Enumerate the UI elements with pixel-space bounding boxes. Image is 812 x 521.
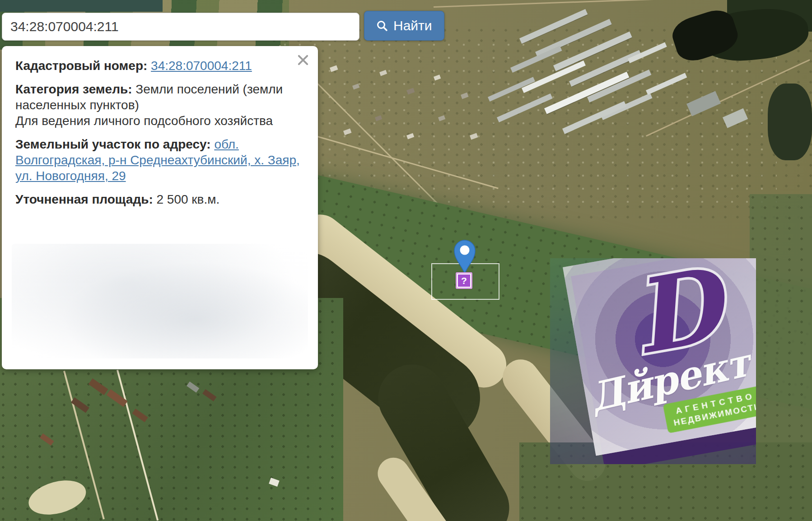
find-button[interactable]: Найти: [364, 11, 444, 41]
area-label: Уточненная площадь:: [15, 192, 153, 206]
address-row: Земельный участок по адресу: обл. Волгог…: [15, 136, 304, 184]
area-row: Уточненная площадь: 2 500 кв.м.: [15, 191, 304, 207]
land-category-label: Категория земель:: [15, 82, 132, 96]
land-usage-value: Для ведения личного подсобного хозяйства: [15, 114, 273, 128]
search-icon: [376, 20, 388, 32]
map-path: [434, 0, 686, 8]
cadastral-map-app: ? Найти Кадастровый номер: 34:28:070004:…: [0, 0, 812, 521]
parcel-question-marker[interactable]: ?: [456, 272, 472, 289]
search-input[interactable]: [2, 13, 359, 41]
question-icon: ?: [458, 274, 470, 287]
marker-frame: ?: [457, 274, 471, 288]
cadastral-number-row: Кадастровый номер: 34:28:070004:211: [15, 58, 304, 74]
parcel-info-panel: Кадастровый номер: 34:28:070004:211 Кате…: [2, 46, 318, 369]
land-usage-row: Для ведения личного подсобного хозяйства: [15, 113, 304, 129]
cadastral-number-label: Кадастровый номер:: [15, 59, 147, 73]
address-label: Земельный участок по адресу:: [15, 137, 211, 151]
agency-watermark: D Дйрект АГЕНТСТВО НЕДВИЖИМОСТИ: [550, 258, 756, 464]
watermark-card: D Дйрект АГЕНТСТВО НЕДВИЖИМОСТИ: [563, 258, 756, 456]
map-feature: [0, 0, 163, 12]
close-icon[interactable]: [295, 52, 311, 68]
faded-preview-image: [12, 244, 308, 358]
area-value: 2 500 кв.м.: [157, 192, 220, 206]
forest-patch: [768, 84, 812, 160]
cadastral-number-link[interactable]: 34:28:070004:211: [151, 59, 252, 73]
land-category-row: Категория земель: Земли поселений (земли…: [15, 81, 304, 113]
location-pin-icon[interactable]: [453, 239, 476, 274]
find-button-label: Найти: [393, 18, 432, 33]
